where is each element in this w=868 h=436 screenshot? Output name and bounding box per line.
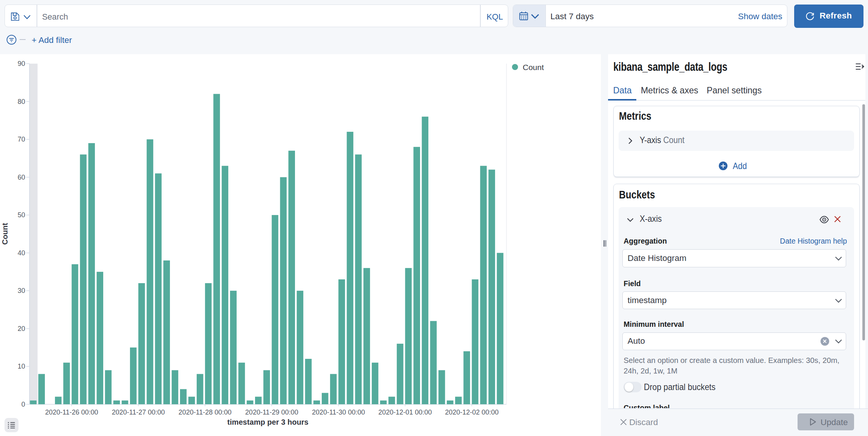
- svg-text:2020-12-02 00:00: 2020-12-02 00:00: [445, 409, 498, 416]
- svg-text:2020-11-30 00:00: 2020-11-30 00:00: [312, 409, 365, 416]
- svg-text:40: 40: [18, 249, 25, 257]
- svg-text:10: 10: [18, 363, 25, 370]
- svg-text:0: 0: [21, 401, 25, 408]
- svg-text:2020-12-01 00:00: 2020-12-01 00:00: [378, 409, 432, 416]
- svg-text:timestamp per 3 hours: timestamp per 3 hours: [227, 418, 308, 426]
- svg-text:30: 30: [18, 287, 25, 294]
- svg-text:2020-11-29 00:00: 2020-11-29 00:00: [245, 409, 298, 416]
- svg-text:90: 90: [18, 60, 25, 67]
- svg-text:80: 80: [18, 98, 25, 105]
- svg-text:2020-11-27 00:00: 2020-11-27 00:00: [112, 409, 165, 416]
- svg-text:2020-11-28 00:00: 2020-11-28 00:00: [179, 409, 232, 416]
- svg-text:60: 60: [18, 174, 25, 181]
- svg-text:50: 50: [18, 211, 25, 219]
- svg-text:Count: Count: [1, 223, 9, 245]
- svg-text:2020-11-26 00:00: 2020-11-26 00:00: [45, 409, 98, 416]
- svg-text:70: 70: [18, 136, 25, 143]
- svg-text:20: 20: [18, 325, 25, 332]
